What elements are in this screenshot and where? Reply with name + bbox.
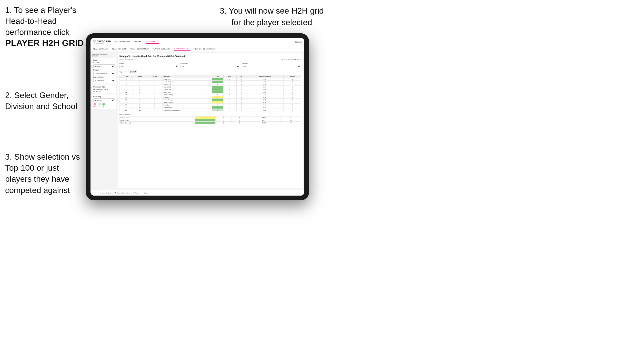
opponents-filter-select[interactable]: (All) xyxy=(129,70,137,73)
instruction-3-bottom: 3. Show selection vs Top 100 or just pla… xyxy=(5,151,85,196)
col-tie: Tie xyxy=(236,75,246,78)
table-row: 20 11 7 Federica Domecq Lacroze 2 1 0 1.… xyxy=(120,109,301,111)
nav-items: TOURNAMENTS TEAMS COMMITTEE xyxy=(114,40,295,44)
table-row: 11 2 5 Heejo Hyun 1 0 0 3.33 3 xyxy=(120,91,301,93)
save-custom-btn[interactable]: 💾 Save Custom View xyxy=(115,192,130,194)
undo-btn[interactable]: ↩ xyxy=(93,192,94,194)
main-content: Last Updated: 27/03/2024 16:55:38 Player… xyxy=(90,52,304,190)
legend-down: Down xyxy=(93,103,97,108)
grid-title: Katelyn Vo Head-to-Head Grid for Women's… xyxy=(119,55,301,57)
region-select[interactable]: (All) xyxy=(119,65,179,68)
legend-dot-down xyxy=(94,103,96,105)
table-row: 14 7 4 Eunice Yi 2 2 0 0.38 9 xyxy=(120,96,301,99)
sub-nav-player-h2h-grid[interactable]: PLAYER H2H GRID xyxy=(174,47,190,51)
col-loss: Loss xyxy=(224,75,236,78)
filter-row: Region (All) Conference (All) Opponent (… xyxy=(119,63,301,68)
sub-nav: TEAM SUMMARY TEAM H2H GRID TEAM H2H HEAT… xyxy=(90,46,304,52)
division-select[interactable]: NCAA Division III xyxy=(93,72,115,75)
legend-up: Up xyxy=(102,103,105,108)
conference-select[interactable]: (All) xyxy=(180,65,240,68)
nav-item-committee[interactable]: COMMITTEE xyxy=(146,40,159,44)
logo-area: SCOREBOARD Powered by clippd xyxy=(93,40,111,44)
col-opponent: Opponent xyxy=(163,75,212,78)
opponent-view-section: Opponent view Opponents Played Top 100 xyxy=(92,85,116,93)
table-row: 19 10 6 Emily Chang 4 1 0 0.30 11 xyxy=(120,106,301,109)
grid-records: Overall Record: 353 - 34 - 6 Division Re… xyxy=(119,59,301,61)
radio-group: Opponents Played Top 100 xyxy=(93,89,115,92)
nav-item-tournaments[interactable]: TOURNAMENTS xyxy=(114,40,131,44)
out-division-row: Foreign Team 1 0 0 4.500 2 xyxy=(120,117,301,119)
tablet-frame: SCOREBOARD Powered by clippd TOURNAMENTS… xyxy=(86,33,309,200)
filter-opponent: Opponent (All) xyxy=(242,63,301,68)
player-rank-label: Player (Rank) xyxy=(93,76,115,78)
data-table: # Div # Reg # Conf Opponent Win Loss Tie… xyxy=(119,75,301,111)
sub-nav-team-h2h-heatmap[interactable]: TEAM H2H HEATMAP xyxy=(130,47,149,50)
sub-nav-team-h2h-grid[interactable]: TEAM H2H GRID xyxy=(112,47,126,50)
radio-opponents-played[interactable]: Opponents Played xyxy=(93,89,115,90)
toolbar-divider-3 xyxy=(131,191,131,195)
col-reg: # Reg xyxy=(133,75,147,78)
table-row: 6 3 3 Sydney Kuo 0 1 0 -1.00 xyxy=(120,83,301,86)
toolbar-divider-1 xyxy=(98,191,98,195)
out-of-division: Out of division Foreign Team 1 0 0 4.500… xyxy=(119,114,301,124)
instruction-3-top: 3. You will now see H2H grid for the pla… xyxy=(218,5,326,28)
nav-bar: SCOREBOARD Powered by clippd TOURNAMENTS… xyxy=(90,38,304,46)
legend-level: Level xyxy=(98,103,101,108)
out-division-row: NCAA Division 2 5 0 0 7.400 10 xyxy=(120,122,301,124)
view-original-btn[interactable]: 👁 View: Original xyxy=(100,192,111,194)
colour-by-label: Colour by xyxy=(93,96,115,98)
table-row: 10 6 3 Andrea York 2 0 0 4.00 4 xyxy=(120,88,301,91)
division-label: Division xyxy=(93,69,115,71)
player-label: Player xyxy=(93,59,115,61)
last-updated: Last Updated: 27/03/2024 16:55:38 xyxy=(92,53,116,57)
table-row: 16 3 4 Jessica Mason 1 2 0 -0.94 7 xyxy=(120,101,301,104)
sub-nav-player-h2h-heatmap[interactable]: PLAYER H2H HEATMAP xyxy=(194,47,215,50)
table-row: 18 2 2 Euna Lee 0 0 0 -5.00 2 xyxy=(120,104,301,106)
watch-btn[interactable]: 👁 Watch ▾ xyxy=(133,192,140,194)
out-of-division-table: Foreign Team 1 0 0 4.500 2 NAIA Division… xyxy=(119,116,301,124)
toolbar-divider-2 xyxy=(113,191,113,195)
opponent-select[interactable]: (All) xyxy=(242,65,301,68)
radio-top-100[interactable]: Top 100 xyxy=(93,91,115,92)
radio-dot-top100 xyxy=(93,91,95,92)
filter-conference: Conference (All) xyxy=(180,63,240,68)
nav-sign-out[interactable]: Sign out xyxy=(295,41,302,43)
sub-nav-team-summary[interactable]: TEAM SUMMARY xyxy=(93,47,108,50)
share-btn[interactable]: Share xyxy=(144,192,148,194)
out-division-row: NAIA Division 1 15 0 0 9.267 30 xyxy=(120,119,301,122)
legend-dot-up xyxy=(102,103,105,105)
sub-nav-player-summary[interactable]: PLAYER SUMMARY xyxy=(153,47,170,50)
filter-region: Region (All) xyxy=(119,63,179,68)
logo-sub: Powered by clippd xyxy=(93,43,111,44)
table-row: 15 8 5 Stella Cheng 1 0 0 1.25 4 xyxy=(120,99,301,101)
table-row: 3 1 1 Esther Lee 1 0 1 1.50 4 xyxy=(120,78,301,81)
toolbar-divider-4 xyxy=(142,191,142,195)
gender-select[interactable]: Women's xyxy=(93,64,115,68)
opponents-label: Opponents: (All) xyxy=(119,70,301,73)
table-row: 13 1 1 Jessica Huang 0 0 0 -3.00 2 xyxy=(120,93,301,96)
player-rank-select[interactable]: 8. Katelyn Vo xyxy=(93,79,115,82)
gender-label: Gender xyxy=(93,62,115,64)
colour-by-section: Colour by Win/loss Down Level xyxy=(92,94,116,109)
instruction-2: 2. Select Gender, Division and School xyxy=(5,90,85,112)
tablet-screen: SCOREBOARD Powered by clippd TOURNAMENTS… xyxy=(90,38,304,196)
left-panel: Last Updated: 27/03/2024 16:55:38 Player… xyxy=(92,53,116,188)
radio-dot-opponents xyxy=(93,89,95,90)
right-panel: Katelyn Vo Head-to-Head Grid for Women's… xyxy=(118,53,303,188)
col-rounds: Rounds xyxy=(283,75,301,78)
out-of-division-label: Out of division xyxy=(119,114,301,115)
table-row: 5 2 2 Alexis Sudjianto 1 0 0 4.00 3 xyxy=(120,81,301,83)
col-div: # Div xyxy=(120,75,133,78)
bottom-toolbar: ↩ ↪ 👁 View: Original 💾 Save Custom View … xyxy=(90,190,304,196)
player-section: Player Gender Women's Division NCAA Divi… xyxy=(92,58,116,84)
colour-by-select[interactable]: Win/loss xyxy=(93,98,115,102)
legend-dot-level xyxy=(98,103,101,105)
opponent-view-label: Opponent view xyxy=(93,86,115,88)
table-row: 9 1 4 Sharon Mun 1 0 0 3.67 3 xyxy=(120,86,301,88)
col-win: Win xyxy=(212,75,224,78)
redo-btn[interactable]: ↪ xyxy=(95,192,97,194)
col-diff: Diff Av Strokes/Rnd xyxy=(246,75,283,78)
nav-item-teams[interactable]: TEAMS xyxy=(135,40,142,44)
color-legend: Down Level Up xyxy=(93,103,115,108)
col-conf: # Conf xyxy=(147,75,163,78)
